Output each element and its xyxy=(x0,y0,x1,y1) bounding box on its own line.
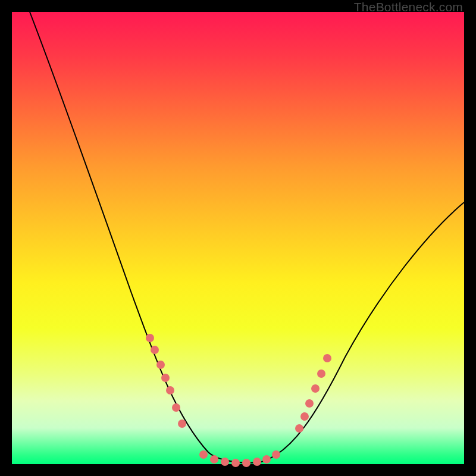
svg-point-8 xyxy=(210,455,218,464)
svg-point-13 xyxy=(262,455,271,464)
chart-frame: TheBottleneck.com xyxy=(0,0,476,476)
svg-point-0 xyxy=(146,334,154,342)
svg-point-14 xyxy=(272,450,280,459)
svg-point-20 xyxy=(323,354,331,362)
bottleneck-curve xyxy=(12,12,464,464)
svg-point-17 xyxy=(305,399,314,408)
svg-point-11 xyxy=(242,459,250,467)
svg-point-15 xyxy=(295,424,303,433)
svg-point-3 xyxy=(161,374,170,382)
svg-point-9 xyxy=(221,458,229,466)
svg-point-18 xyxy=(311,384,320,393)
curve-path xyxy=(30,12,464,463)
plot-area xyxy=(12,12,464,464)
svg-point-4 xyxy=(166,386,174,394)
svg-point-19 xyxy=(317,369,325,378)
svg-point-1 xyxy=(151,346,159,354)
svg-point-2 xyxy=(156,361,165,369)
data-dots xyxy=(146,334,331,467)
svg-point-16 xyxy=(300,412,309,421)
svg-point-5 xyxy=(172,403,180,412)
svg-point-10 xyxy=(231,459,240,467)
svg-point-12 xyxy=(253,458,261,466)
svg-point-6 xyxy=(178,419,186,428)
svg-point-7 xyxy=(199,450,208,459)
